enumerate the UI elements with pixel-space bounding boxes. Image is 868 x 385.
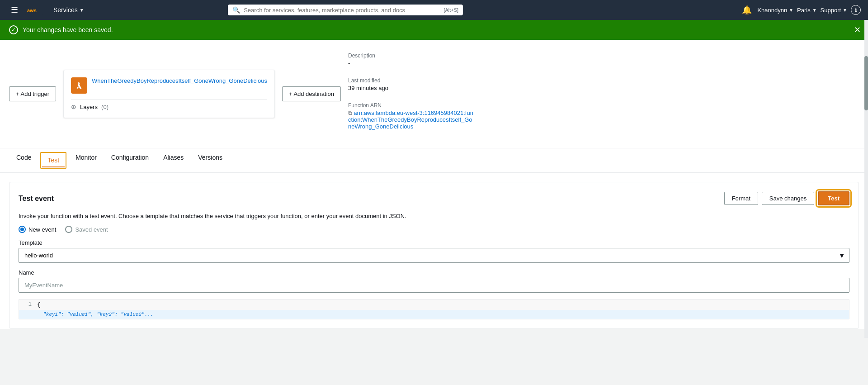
code-editor[interactable]: 1 { "key1": "value1", "key2": "value2"..… [19,299,849,319]
chevron-down-icon: ▼ [812,8,817,13]
support-menu-button[interactable]: Support ▼ [821,7,847,14]
svg-text:aws: aws [27,8,37,13]
add-destination-button[interactable]: + Add destination [282,86,341,101]
function-info-panel: Description - Last modified 39 minutes a… [348,49,475,139]
test-event-title: Test event [19,195,54,203]
chevron-down-icon: ▼ [80,8,84,13]
saved-event-radio[interactable] [65,226,72,233]
line-content-2: "key1": "value1", "key2": "value2"... [37,312,153,317]
aws-logo: aws [25,5,42,15]
function-box-header: WhenTheGreedyBoyReproducesItself_GoneWro… [71,77,267,94]
function-arn-label: Function ARN [348,102,475,109]
notifications-button[interactable]: 🔔 [740,3,754,17]
scrollbar-track [864,20,868,338]
line-number-2 [23,312,32,317]
event-type-radio-group: New event Saved event [19,226,849,233]
function-name[interactable]: WhenTheGreedyBoyReproducesItself_GoneWro… [92,77,267,84]
region-menu-button[interactable]: Paris ▼ [797,7,817,14]
format-button[interactable]: Format [724,192,758,205]
chevron-down-icon: ▼ [843,8,847,13]
layers-row: ⊕ Layers (0) [71,99,267,110]
name-input[interactable] [19,278,849,293]
support-label: Support [821,7,841,14]
scrollbar-thumb[interactable] [864,56,868,110]
template-label: Template [19,239,849,246]
success-icon: ✓ [9,25,18,34]
main-content: + Add trigger WhenTheGreedyBoyReproduces… [0,40,868,329]
save-changes-button[interactable]: Save changes [762,192,814,205]
username-label: Khanndynn [757,7,787,14]
tab-aliases[interactable]: Aliases [156,148,191,173]
saved-event-option[interactable]: Saved event [65,226,108,233]
search-icon: 🔍 [232,6,240,14]
test-event-description: Invoke your function with a test event. … [19,213,849,219]
description-value: - [348,60,475,67]
success-message: Your changes have been saved. [23,26,113,33]
test-event-actions: Format Save changes Test [724,191,849,205]
layers-count: (0) [101,104,108,110]
saved-event-label: Saved event [75,226,108,233]
template-field: Template hello-world ▼ [19,239,849,263]
description-info: Description - [348,52,475,67]
add-trigger-button[interactable]: + Add trigger [9,86,56,101]
line-number-1: 1 [23,301,32,308]
test-event-section: Test event Format Save changes Test Invo… [9,182,859,329]
new-event-radio[interactable] [19,226,26,233]
search-bar: 🔍 [Alt+S] [228,5,463,15]
tab-monitor[interactable]: Monitor [68,148,104,173]
template-select-wrapper: hello-world ▼ [19,248,849,263]
new-event-option[interactable]: New event [19,226,56,233]
success-banner: ✓ Your changes have been saved. ✕ [0,20,868,40]
tab-test-wrapper: Test [40,152,66,169]
search-shortcut: [Alt+S] [443,7,458,13]
description-label: Description [348,52,475,59]
function-arn-value[interactable]: ⧉ arn:aws:lambda:eu-west-3:116945984021:… [348,109,475,130]
template-select[interactable]: hello-world [19,248,849,263]
new-event-label: New event [28,226,56,233]
tab-code[interactable]: Code [9,148,38,173]
function-box: WhenTheGreedyBoyReproducesItself_GoneWro… [63,70,275,118]
search-input[interactable] [244,7,440,14]
code-line-1: 1 { [19,299,849,310]
info-button[interactable]: ℹ [851,5,861,15]
function-arn-info: Function ARN ⧉ arn:aws:lambda:eu-west-3:… [348,102,475,130]
tab-test[interactable]: Test [42,154,65,167]
region-label: Paris [797,7,811,14]
user-menu-button[interactable]: Khanndynn ▼ [757,7,793,14]
test-event-header: Test event Format Save changes Test [19,191,849,205]
tabs-container: Code Test Monitor Configuration Aliases … [0,148,868,173]
function-diagram: + Add trigger WhenTheGreedyBoyReproduces… [0,40,868,148]
tab-configuration[interactable]: Configuration [104,148,156,173]
last-modified-value: 39 minutes ago [348,85,475,91]
last-modified-label: Last modified [348,77,475,84]
line-content-1: { [37,301,41,308]
lambda-icon [71,77,87,94]
name-label: Name [19,269,849,276]
close-banner-button[interactable]: ✕ [854,25,861,35]
layers-label: Layers [80,104,98,110]
nav-right: 🔔 Khanndynn ▼ Paris ▼ Support ▼ ℹ [740,3,861,17]
last-modified-info: Last modified 39 minutes ago [348,77,475,91]
hamburger-button[interactable]: ☰ [7,3,22,17]
chevron-down-icon: ▼ [789,8,793,13]
services-button[interactable]: Services ▼ [50,5,88,15]
test-button[interactable]: Test [818,191,849,205]
code-line-2: "key1": "value1", "key2": "value2"... [19,310,849,319]
top-navigation: ☰ aws Services ▼ 🔍 [Alt+S] 🔔 Khanndynn ▼… [0,0,868,20]
tab-versions[interactable]: Versions [191,148,230,173]
layers-icon: ⊕ [71,103,76,110]
copy-icon: ⧉ [348,110,354,116]
name-field: Name [19,269,849,299]
